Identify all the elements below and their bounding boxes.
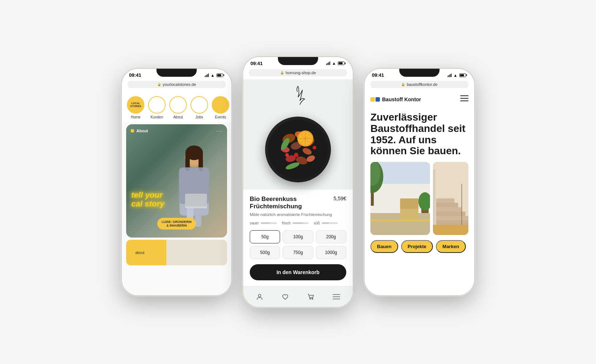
nav-about[interactable]: About (169, 96, 187, 119)
svg-point-31 (285, 153, 289, 157)
product-price: 5,59€ (333, 196, 346, 201)
status-icons-1: ▲ (205, 73, 224, 77)
svg-rect-58 (436, 198, 454, 203)
garden-image (370, 162, 430, 235)
svg-rect-10 (185, 194, 207, 206)
taste-suss: süß (314, 221, 338, 225)
url-text-2: hornung-shop.de (286, 71, 316, 75)
weight-grid: 50g 100g 200g 500g 750g 1000g (250, 230, 346, 259)
url-text-1: yourlocalstories.de (163, 82, 196, 87)
url-bar-1[interactable]: 🔒 yourlocalstories.de (122, 79, 231, 91)
weight-50g[interactable]: 50g (250, 230, 280, 243)
tag-marken[interactable]: Marken (436, 240, 466, 253)
product-info: Bio BeerenkussFrüchtemischung 5,59€ Mild… (243, 190, 353, 287)
battery-icon-3 (459, 73, 467, 77)
svg-rect-57 (436, 203, 458, 207)
weight-500g[interactable]: 500g (250, 246, 280, 259)
bottom-nav (243, 286, 353, 307)
nav-menu-icon[interactable] (330, 290, 343, 303)
status-icons-3: ▲ (448, 73, 467, 77)
notch-2 (278, 57, 318, 65)
kunden-circle (148, 96, 166, 114)
neon-text: tell your cal story (131, 191, 165, 208)
nav-label-about: About (173, 115, 183, 119)
tag-bauen[interactable]: Bauen (370, 240, 398, 253)
lock-icon: 🔒 (157, 83, 161, 86)
small-story-card[interactable]: about (126, 240, 227, 265)
bk-tags: Bauen Projekte Marken (365, 235, 474, 258)
bk-images (365, 162, 474, 235)
signal-icon (205, 73, 209, 77)
nav-label-jobs: Jobs (195, 115, 203, 119)
small-dot (131, 251, 133, 254)
url-bar-3[interactable]: 🔒 baustoffkontor.de (365, 79, 474, 91)
url-bar-2[interactable]: 🔒 hornung-shop.de (243, 68, 353, 79)
hamburger-menu-icon[interactable] (460, 95, 468, 103)
nav-user-icon[interactable] (253, 290, 266, 303)
nav-kunden[interactable]: Kunden (148, 96, 166, 119)
notch-3 (399, 69, 440, 77)
food-svg (267, 118, 329, 181)
nav-logo[interactable]: LOCAL STORIES Home (127, 96, 144, 119)
product-image-area (243, 109, 353, 190)
nav-heart-icon[interactable] (279, 290, 292, 303)
svg-rect-51 (370, 220, 430, 221)
nav-cart-icon[interactable] (304, 290, 317, 303)
small-card-label: about (135, 251, 144, 255)
weight-100g[interactable]: 100g (283, 230, 313, 243)
bk-yellow-square (370, 97, 375, 102)
svg-point-11 (268, 120, 328, 179)
wifi-icon: ▲ (211, 73, 215, 77)
nav-label-events: Events (215, 115, 226, 119)
svg-point-32 (259, 295, 261, 297)
tag-projekte[interactable]: Projekte (401, 240, 433, 253)
svg-rect-55 (436, 212, 465, 216)
product-desc: Milde natürlich aromatisierte Früchtemis… (250, 212, 346, 217)
svg-point-33 (310, 298, 311, 299)
bk-logo-text: Baustoff Kontor (382, 96, 421, 102)
small-card-content: about (131, 251, 144, 255)
taste-row: sauer frisch süß (250, 221, 346, 225)
nav-label-home: Home (131, 115, 141, 119)
product-name: Bio BeerenkussFrüchtemischung (250, 196, 331, 211)
bk-logo: Baustoff Kontor (370, 96, 421, 102)
hornung-header (243, 79, 353, 109)
svg-rect-53 (436, 220, 468, 225)
svg-point-34 (312, 298, 313, 299)
product-title-row: Bio BeerenkussFrüchtemischung 5,59€ (250, 196, 346, 211)
story-badge: LUISE: GRÜNDERIN& INHABERIN (157, 218, 196, 230)
signal-icon-3 (448, 73, 452, 77)
wifi-icon-3: ▲ (453, 73, 457, 77)
nav-jobs[interactable]: Jobs (191, 96, 208, 119)
product-plate (265, 117, 331, 182)
taste-bar-sauer (261, 222, 277, 224)
bk-blue-square (376, 97, 380, 102)
time-3: 09:41 (372, 72, 384, 78)
about-circle (169, 96, 187, 114)
svg-rect-54 (436, 216, 468, 220)
screen-3: Baustoff Kontor Zuverlässiger Baustoffha… (365, 91, 474, 295)
svg-rect-56 (436, 207, 461, 212)
svg-point-30 (313, 146, 316, 149)
add-to-cart-button[interactable]: In den Warenkorb (250, 264, 346, 280)
status-icons-2: ▲ (326, 61, 346, 65)
nav-label-kunden: Kunden (151, 115, 163, 119)
battery-icon-2 (338, 61, 346, 65)
story-header: About ··· (126, 124, 227, 137)
stairs-image (433, 162, 469, 235)
story-more-icon: ··· (216, 128, 223, 134)
story-card[interactable]: About ··· (126, 124, 227, 238)
screen-1: LOCAL STORIES Home Kunden About Jobs (122, 91, 231, 295)
phone-hornung: 09:41 ▲ 🔒 hornung-shop.de (243, 57, 353, 307)
wifi-icon-2: ▲ (332, 61, 336, 65)
nav-events[interactable]: Events (212, 96, 229, 119)
bk-header: Baustoff Kontor (365, 91, 474, 106)
notch (156, 69, 197, 77)
weight-200g[interactable]: 200g (316, 230, 346, 243)
bk-logo-squares (370, 97, 380, 102)
lock-icon-2: 🔒 (280, 71, 284, 75)
battery-icon (216, 73, 224, 77)
weight-750g[interactable]: 750g (283, 246, 313, 259)
jobs-circle (191, 96, 208, 114)
weight-1000g[interactable]: 1000g (316, 246, 346, 259)
